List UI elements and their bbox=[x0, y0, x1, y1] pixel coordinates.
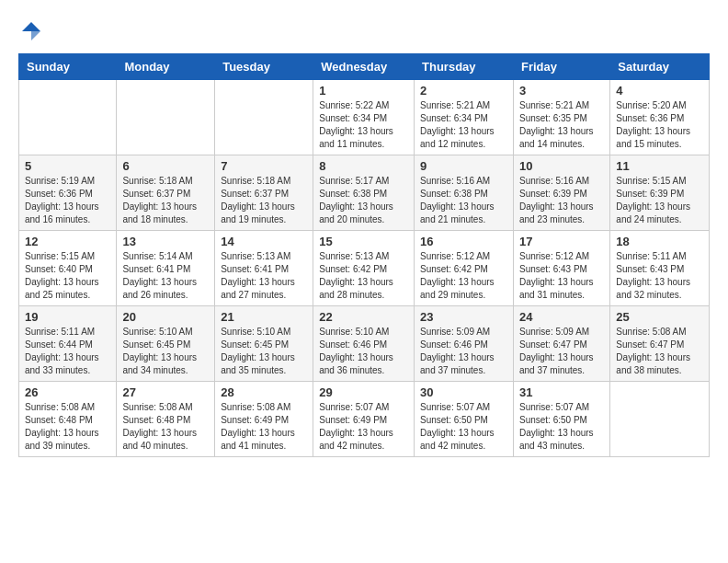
day-number: 14 bbox=[221, 235, 307, 248]
calendar-cell: 30Sunrise: 5:07 AM Sunset: 6:50 PM Dayli… bbox=[415, 382, 514, 457]
day-number: 7 bbox=[221, 159, 307, 173]
day-info: Sunrise: 5:08 AM Sunset: 6:47 PM Dayligh… bbox=[616, 326, 703, 377]
day-number: 24 bbox=[519, 310, 604, 324]
day-number: 29 bbox=[319, 385, 408, 399]
day-info: Sunrise: 5:08 AM Sunset: 6:49 PM Dayligh… bbox=[221, 401, 307, 453]
day-info: Sunrise: 5:15 AM Sunset: 6:40 PM Dayligh… bbox=[25, 250, 110, 302]
day-info: Sunrise: 5:21 AM Sunset: 6:34 PM Dayligh… bbox=[420, 99, 507, 151]
weekday-header-row: SundayMondayTuesdayWednesdayThursdayFrid… bbox=[19, 54, 710, 80]
day-info: Sunrise: 5:20 AM Sunset: 6:36 PM Dayligh… bbox=[616, 99, 703, 151]
day-info: Sunrise: 5:14 AM Sunset: 6:41 PM Dayligh… bbox=[122, 250, 209, 302]
weekday-header-wednesday: Wednesday bbox=[313, 54, 415, 80]
day-number: 26 bbox=[25, 385, 110, 399]
day-number: 16 bbox=[420, 235, 507, 248]
day-info: Sunrise: 5:10 AM Sunset: 6:45 PM Dayligh… bbox=[221, 326, 307, 377]
weekday-header-monday: Monday bbox=[117, 54, 215, 80]
day-info: Sunrise: 5:17 AM Sunset: 6:38 PM Dayligh… bbox=[319, 175, 408, 226]
day-number: 5 bbox=[25, 159, 110, 173]
weekday-header-tuesday: Tuesday bbox=[215, 54, 313, 80]
day-number: 28 bbox=[221, 385, 307, 399]
day-number: 10 bbox=[519, 159, 604, 173]
day-info: Sunrise: 5:07 AM Sunset: 6:50 PM Dayligh… bbox=[519, 401, 604, 453]
calendar-cell: 21Sunrise: 5:10 AM Sunset: 6:45 PM Dayli… bbox=[215, 306, 313, 382]
logo-icon bbox=[18, 18, 44, 44]
day-number: 30 bbox=[420, 385, 507, 399]
page-header bbox=[18, 18, 710, 44]
calendar-cell bbox=[117, 80, 215, 155]
day-number: 6 bbox=[122, 159, 209, 173]
calendar-cell: 22Sunrise: 5:10 AM Sunset: 6:46 PM Dayli… bbox=[313, 306, 415, 382]
calendar-cell bbox=[215, 80, 313, 155]
calendar-cell: 20Sunrise: 5:10 AM Sunset: 6:45 PM Dayli… bbox=[117, 306, 215, 382]
day-number: 13 bbox=[122, 235, 209, 248]
calendar-week-row: 26Sunrise: 5:08 AM Sunset: 6:48 PM Dayli… bbox=[19, 382, 710, 457]
day-number: 22 bbox=[319, 310, 408, 324]
day-info: Sunrise: 5:07 AM Sunset: 6:49 PM Dayligh… bbox=[319, 401, 408, 453]
day-number: 25 bbox=[616, 310, 703, 324]
day-number: 11 bbox=[616, 159, 703, 173]
day-info: Sunrise: 5:11 AM Sunset: 6:43 PM Dayligh… bbox=[616, 250, 703, 302]
svg-marker-0 bbox=[22, 22, 40, 31]
calendar-cell: 2Sunrise: 5:21 AM Sunset: 6:34 PM Daylig… bbox=[415, 80, 514, 155]
day-info: Sunrise: 5:11 AM Sunset: 6:44 PM Dayligh… bbox=[25, 326, 110, 377]
day-info: Sunrise: 5:09 AM Sunset: 6:46 PM Dayligh… bbox=[420, 326, 507, 377]
calendar-cell: 9Sunrise: 5:16 AM Sunset: 6:38 PM Daylig… bbox=[415, 155, 514, 231]
day-info: Sunrise: 5:15 AM Sunset: 6:39 PM Dayligh… bbox=[616, 175, 703, 226]
calendar-cell bbox=[610, 382, 710, 457]
calendar-cell: 14Sunrise: 5:13 AM Sunset: 6:41 PM Dayli… bbox=[215, 231, 313, 306]
day-info: Sunrise: 5:16 AM Sunset: 6:39 PM Dayligh… bbox=[519, 175, 604, 226]
calendar-cell: 19Sunrise: 5:11 AM Sunset: 6:44 PM Dayli… bbox=[19, 306, 117, 382]
calendar-cell: 23Sunrise: 5:09 AM Sunset: 6:46 PM Dayli… bbox=[415, 306, 514, 382]
calendar-cell: 5Sunrise: 5:19 AM Sunset: 6:36 PM Daylig… bbox=[19, 155, 117, 231]
day-info: Sunrise: 5:10 AM Sunset: 6:45 PM Dayligh… bbox=[122, 326, 209, 377]
day-info: Sunrise: 5:21 AM Sunset: 6:35 PM Dayligh… bbox=[519, 99, 604, 151]
day-info: Sunrise: 5:08 AM Sunset: 6:48 PM Dayligh… bbox=[25, 401, 110, 453]
calendar-cell: 17Sunrise: 5:12 AM Sunset: 6:43 PM Dayli… bbox=[513, 231, 609, 306]
weekday-header-thursday: Thursday bbox=[415, 54, 514, 80]
calendar-cell: 31Sunrise: 5:07 AM Sunset: 6:50 PM Dayli… bbox=[513, 382, 609, 457]
calendar-cell: 28Sunrise: 5:08 AM Sunset: 6:49 PM Dayli… bbox=[215, 382, 313, 457]
calendar-cell: 13Sunrise: 5:14 AM Sunset: 6:41 PM Dayli… bbox=[117, 231, 215, 306]
day-info: Sunrise: 5:08 AM Sunset: 6:48 PM Dayligh… bbox=[122, 401, 209, 453]
day-info: Sunrise: 5:22 AM Sunset: 6:34 PM Dayligh… bbox=[319, 99, 408, 151]
calendar-cell: 10Sunrise: 5:16 AM Sunset: 6:39 PM Dayli… bbox=[513, 155, 609, 231]
calendar-week-row: 1Sunrise: 5:22 AM Sunset: 6:34 PM Daylig… bbox=[19, 80, 710, 155]
day-number: 20 bbox=[122, 310, 209, 324]
calendar-cell: 16Sunrise: 5:12 AM Sunset: 6:42 PM Dayli… bbox=[415, 231, 514, 306]
day-number: 9 bbox=[420, 159, 507, 173]
day-info: Sunrise: 5:16 AM Sunset: 6:38 PM Dayligh… bbox=[420, 175, 507, 226]
day-info: Sunrise: 5:09 AM Sunset: 6:47 PM Dayligh… bbox=[519, 326, 604, 377]
day-number: 4 bbox=[616, 84, 703, 98]
day-info: Sunrise: 5:10 AM Sunset: 6:46 PM Dayligh… bbox=[319, 326, 408, 377]
calendar-cell: 7Sunrise: 5:18 AM Sunset: 6:37 PM Daylig… bbox=[215, 155, 313, 231]
weekday-header-sunday: Sunday bbox=[19, 54, 117, 80]
day-number: 2 bbox=[420, 84, 507, 98]
calendar-cell: 11Sunrise: 5:15 AM Sunset: 6:39 PM Dayli… bbox=[610, 155, 710, 231]
day-info: Sunrise: 5:13 AM Sunset: 6:41 PM Dayligh… bbox=[221, 250, 307, 302]
day-number: 31 bbox=[519, 385, 604, 399]
calendar-cell: 27Sunrise: 5:08 AM Sunset: 6:48 PM Dayli… bbox=[117, 382, 215, 457]
day-info: Sunrise: 5:19 AM Sunset: 6:36 PM Dayligh… bbox=[25, 175, 110, 226]
day-number: 15 bbox=[319, 235, 408, 248]
calendar-cell bbox=[19, 80, 117, 155]
weekday-header-saturday: Saturday bbox=[610, 54, 710, 80]
day-number: 8 bbox=[319, 159, 408, 173]
calendar-cell: 4Sunrise: 5:20 AM Sunset: 6:36 PM Daylig… bbox=[610, 80, 710, 155]
day-number: 3 bbox=[519, 84, 604, 98]
day-info: Sunrise: 5:07 AM Sunset: 6:50 PM Dayligh… bbox=[420, 401, 507, 453]
calendar-cell: 8Sunrise: 5:17 AM Sunset: 6:38 PM Daylig… bbox=[313, 155, 415, 231]
day-number: 27 bbox=[122, 385, 209, 399]
day-number: 21 bbox=[221, 310, 307, 324]
calendar-cell: 6Sunrise: 5:18 AM Sunset: 6:37 PM Daylig… bbox=[117, 155, 215, 231]
day-info: Sunrise: 5:13 AM Sunset: 6:42 PM Dayligh… bbox=[319, 250, 408, 302]
weekday-header-friday: Friday bbox=[513, 54, 609, 80]
day-info: Sunrise: 5:18 AM Sunset: 6:37 PM Dayligh… bbox=[122, 175, 209, 226]
logo bbox=[18, 18, 48, 44]
day-info: Sunrise: 5:12 AM Sunset: 6:42 PM Dayligh… bbox=[420, 250, 507, 302]
calendar-cell: 1Sunrise: 5:22 AM Sunset: 6:34 PM Daylig… bbox=[313, 80, 415, 155]
calendar-cell: 18Sunrise: 5:11 AM Sunset: 6:43 PM Dayli… bbox=[610, 231, 710, 306]
calendar-week-row: 12Sunrise: 5:15 AM Sunset: 6:40 PM Dayli… bbox=[19, 231, 710, 306]
calendar-cell: 15Sunrise: 5:13 AM Sunset: 6:42 PM Dayli… bbox=[313, 231, 415, 306]
day-number: 12 bbox=[25, 235, 110, 248]
svg-marker-1 bbox=[31, 31, 40, 40]
